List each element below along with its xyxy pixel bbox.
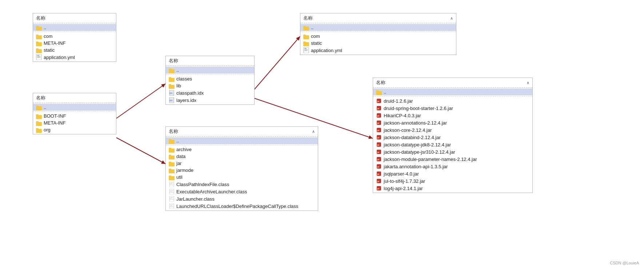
list-item[interactable]: data <box>166 153 318 160</box>
list-item[interactable]: jar jackson-core-2.12.4.jar <box>373 126 532 134</box>
class-icon <box>169 189 175 194</box>
list-item[interactable]: com <box>33 33 116 40</box>
svg-text:jar: jar <box>377 129 379 131</box>
svg-rect-11 <box>37 57 40 57</box>
panel-resources-header: 名称 <box>33 13 116 23</box>
file-name: HikariCP-4.0.3.jar <box>384 113 421 118</box>
list-item[interactable]: application.yml <box>300 47 456 54</box>
list-item[interactable]: jar <box>166 160 318 167</box>
list-item[interactable]: jar jackson-annotations-2.12.4.jar <box>373 119 532 126</box>
file-name: META-INF <box>44 120 65 126</box>
list-item[interactable]: lib <box>166 82 254 89</box>
list-item[interactable]: ClassPathIndexFile.class <box>166 181 318 188</box>
list-item[interactable]: ExecutableArchiveLauncher.class <box>166 188 318 195</box>
list-item[interactable]: jar log4j-api-2.14.1.jar <box>373 185 532 192</box>
list-item[interactable]: application.yml <box>33 54 116 61</box>
list-item[interactable]: .. <box>33 104 116 111</box>
list-item[interactable]: jar jackson-datatype-jdk8-2.12.4.jar <box>373 141 532 148</box>
list-item[interactable]: .. <box>373 88 532 95</box>
list-item[interactable]: JarLauncher.class <box>166 195 318 202</box>
list-item[interactable]: META-INF <box>33 40 116 47</box>
file-name: log4j-api-2.14.1.jar <box>384 186 423 191</box>
jar-icon: jar <box>376 120 382 126</box>
file-name: druid-spring-boot-starter-1.2.6.jar <box>384 106 453 111</box>
list-item[interactable]: IDX classpath.idx <box>166 89 254 96</box>
svg-rect-40 <box>169 169 171 170</box>
folder-icon <box>169 147 175 152</box>
list-item[interactable]: .. <box>33 24 116 31</box>
list-item[interactable]: jar HikariCP-4.0.3.jar <box>373 112 532 119</box>
folder-icon <box>169 175 175 180</box>
svg-text:jar: jar <box>377 180 379 182</box>
svg-rect-18 <box>36 121 39 123</box>
list-item[interactable]: static <box>33 47 116 54</box>
svg-rect-52 <box>170 197 173 198</box>
svg-rect-16 <box>36 114 39 116</box>
jar-icon: jar <box>376 127 382 133</box>
folder-icon <box>303 34 309 39</box>
list-item[interactable]: static <box>300 40 456 47</box>
list-item[interactable]: jarmode <box>166 167 318 174</box>
folder-icon <box>169 168 175 173</box>
list-item[interactable]: util <box>166 174 318 181</box>
list-item[interactable]: .. <box>166 137 318 144</box>
list-item[interactable]: .. <box>166 67 254 74</box>
file-name: com <box>44 34 53 39</box>
svg-text:jar: jar <box>377 100 379 102</box>
file-name: druid-1.2.6.jar <box>384 98 413 104</box>
panel-loader-body: .. archive data jar jarmode util ClassPa… <box>166 137 318 210</box>
file-name: .. <box>384 89 386 95</box>
file-name: jakarta.annotation-api-1.3.5.jar <box>384 164 448 169</box>
list-item[interactable]: IDX layers.idx <box>166 96 254 104</box>
file-name: jul-to-slf4j-1.7.32.jar <box>384 178 425 184</box>
list-item[interactable]: jar jackson-module-parameter-names-2.12.… <box>373 155 532 163</box>
list-item[interactable]: META-INF <box>33 119 116 126</box>
file-name: .. <box>311 25 313 30</box>
list-item[interactable]: archive <box>166 146 318 153</box>
panel-lib: 名称 ∧ .. jar druid-1.2.6.jar jar druid-sp… <box>373 78 533 193</box>
panel-classes-body: .. com static application.yml <box>300 23 456 55</box>
folder-icon <box>169 76 175 82</box>
list-item[interactable]: jar jakarta.annotation-api-1.3.5.jar <box>373 163 532 170</box>
list-item[interactable]: LaunchedURLClassLoader$DefinePackageCall… <box>166 202 318 210</box>
list-item[interactable]: classes <box>166 75 254 82</box>
list-item[interactable]: com <box>300 33 456 40</box>
watermark: CSDN @LouieA <box>610 261 639 265</box>
svg-text:jar: jar <box>377 122 379 124</box>
list-item[interactable]: jar druid-spring-boot-starter-1.2.6.jar <box>373 105 532 112</box>
folder-icon <box>36 41 42 46</box>
list-item[interactable]: jar jsqlparser-4.0.jar <box>373 170 532 177</box>
folder-icon <box>36 105 42 110</box>
panel-boot-inf-body: .. classes lib IDX classpath.idx IDX lay… <box>166 66 254 105</box>
svg-rect-49 <box>170 191 173 192</box>
svg-rect-64 <box>303 42 306 43</box>
list-item[interactable]: jar jul-to-slf4j-1.7.32.jar <box>373 177 532 185</box>
panel-boot-inf: 名称 .. classes lib IDX classpath.idx IDX … <box>165 56 255 105</box>
file-name: static <box>44 47 55 53</box>
jar-icon: jar <box>376 142 382 147</box>
svg-rect-5 <box>36 42 39 43</box>
panel-classes-header: 名称 ∧ <box>300 13 456 23</box>
jar-icon: jar <box>376 171 382 177</box>
file-name: LaunchedURLClassLoader$DefinePackageCall… <box>176 204 298 209</box>
file-name: jarmode <box>176 168 193 173</box>
list-item[interactable]: jar jackson-datatype-jsr310-2.12.4.jar <box>373 148 532 155</box>
svg-text:jar: jar <box>377 166 379 168</box>
list-item[interactable]: jar jackson-databind-2.12.4.jar <box>373 134 532 141</box>
folder-icon <box>36 48 42 53</box>
list-item[interactable]: jar druid-1.2.6.jar <box>373 97 532 105</box>
folder-icon <box>303 25 309 30</box>
list-item[interactable]: BOOT-INF <box>33 113 116 119</box>
file-name: .. <box>44 105 46 110</box>
file-name: archive <box>176 147 192 152</box>
list-item[interactable]: org <box>33 126 116 133</box>
folder-icon <box>169 138 175 143</box>
list-item[interactable]: .. <box>300 24 456 31</box>
file-name: jackson-annotations-2.12.4.jar <box>384 120 447 126</box>
folder-icon <box>169 161 175 166</box>
file-name: lib <box>176 83 181 88</box>
panel-lib-body: .. jar druid-1.2.6.jar jar druid-spring-… <box>373 88 532 193</box>
yml-icon <box>36 54 42 60</box>
jar-icon: jar <box>376 149 382 155</box>
panel-jar-root-body: .. BOOT-INF META-INF org <box>33 103 116 134</box>
